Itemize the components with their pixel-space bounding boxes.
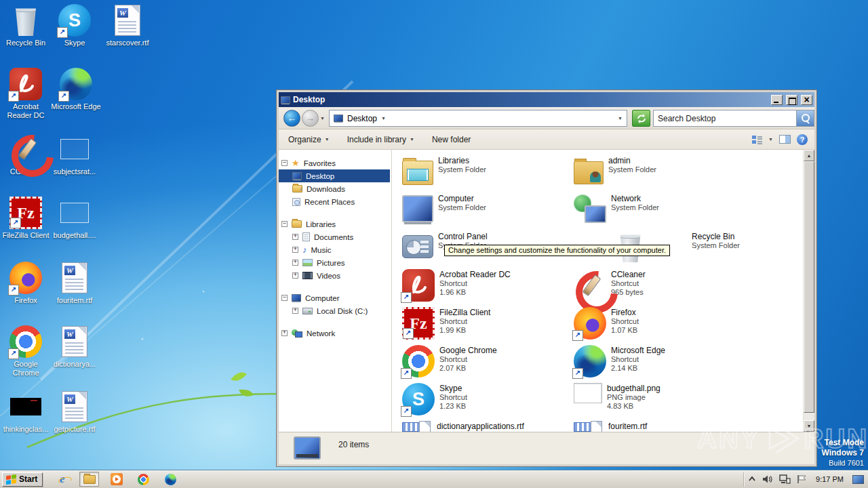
ccleaner-icon xyxy=(9,133,42,165)
back-button[interactable]: ← xyxy=(283,110,300,127)
expand-icon[interactable]: + xyxy=(292,234,298,240)
expand-icon[interactable]: + xyxy=(292,272,298,279)
address-chevron-icon[interactable]: ▼ xyxy=(381,116,386,121)
action-center-flag-icon[interactable] xyxy=(797,474,807,484)
black-thumbnail-icon xyxy=(10,398,41,415)
nav-libraries[interactable]: −Libraries xyxy=(279,218,391,230)
nav-computer[interactable]: −Computer xyxy=(279,291,391,304)
scroll-down-button[interactable]: ▼ xyxy=(804,420,814,432)
desktop-icon-budgethall[interactable]: budgethall.... xyxy=(50,197,99,240)
organize-button[interactable]: Organize▼ xyxy=(288,135,330,144)
new-folder-button[interactable]: New folder xyxy=(432,135,471,144)
file-item-fouritem[interactable]: fouritem.rtf xyxy=(574,421,740,432)
vertical-scrollbar[interactable]: ▲ ▼ xyxy=(803,150,814,432)
nav-music[interactable]: +Music xyxy=(279,243,391,256)
help-button[interactable]: ? xyxy=(797,134,808,145)
file-item-network[interactable]: NetworkSystem Folder xyxy=(574,193,740,226)
search-box xyxy=(653,110,814,127)
show-desktop-button[interactable] xyxy=(852,475,864,484)
address-bar[interactable]: Desktop ▼ ▼ xyxy=(329,110,627,127)
desktop-icon-chrome[interactable]: Google Chrome xyxy=(1,325,50,378)
firefox-icon xyxy=(574,307,606,340)
navigation-bar: ← → ▼ Desktop ▼ ▼ xyxy=(279,107,814,129)
close-button[interactable] xyxy=(801,95,812,105)
desktop-icon-starscover[interactable]: starscover.rtf xyxy=(99,4,156,47)
refresh-button[interactable] xyxy=(632,110,650,127)
file-item-firefox[interactable]: FirefoxShortcut1.07 KB xyxy=(574,307,740,340)
desktop-icon-ccleaner[interactable]: CCleaner xyxy=(1,133,50,176)
windows-explorer-button[interactable] xyxy=(79,472,99,487)
nav-downloads[interactable]: Downloads xyxy=(279,182,391,195)
desktop-icon-fouritem[interactable]: fouritem.rtf xyxy=(50,262,99,305)
include-in-library-button[interactable]: Include in library▼ xyxy=(347,135,414,144)
file-item-acrobat[interactable]: Acrobat Reader DCShortcut1.96 KB xyxy=(402,269,568,302)
title-bar[interactable]: Desktop xyxy=(279,92,814,107)
search-input[interactable] xyxy=(654,110,796,126)
collapse-icon[interactable]: − xyxy=(281,221,288,227)
desktop-icon-edge[interactable]: Microsoft Edge xyxy=(43,68,108,111)
refresh-icon xyxy=(636,113,647,124)
desktop-icon-thinkingclas[interactable]: thinkingclas... xyxy=(0,390,52,434)
nav-desktop[interactable]: Desktop xyxy=(279,169,390,182)
minimize-button[interactable] xyxy=(771,95,783,105)
collapse-icon[interactable]: − xyxy=(281,295,288,301)
change-view-button[interactable] xyxy=(752,135,762,144)
desktop-icon-subjectsrat[interactable]: subjectsrat... xyxy=(50,133,99,176)
recent-places-icon xyxy=(292,198,300,206)
scrollbar-thumb[interactable] xyxy=(804,161,814,413)
chrome-taskbar-button[interactable] xyxy=(134,472,153,487)
nav-pictures[interactable]: +Pictures xyxy=(279,256,391,269)
nav-videos[interactable]: +Videos xyxy=(279,269,391,282)
desktop-icon-recycle-bin[interactable]: Recycle Bin xyxy=(1,4,50,47)
file-item-computer[interactable]: ComputerSystem Folder xyxy=(402,193,568,222)
nav-network[interactable]: +Network xyxy=(279,327,391,340)
expand-icon[interactable]: + xyxy=(292,260,298,266)
network-icon[interactable] xyxy=(779,474,791,484)
downloads-icon xyxy=(292,185,302,192)
file-item-libraries[interactable]: LibrariesSystem Folder xyxy=(402,155,568,185)
forward-button[interactable]: → xyxy=(302,110,319,127)
desktop-icon-filezilla[interactable]: FileZilla Client xyxy=(0,197,52,240)
edge-taskbar-button[interactable] xyxy=(161,472,180,487)
search-button[interactable] xyxy=(796,110,814,126)
file-item-filezilla[interactable]: FileZilla ClientShortcut1.99 KB xyxy=(402,307,568,340)
window-icon xyxy=(281,96,290,104)
media-player-button[interactable] xyxy=(106,472,126,487)
volume-icon[interactable] xyxy=(762,474,773,484)
view-dropdown-icon[interactable]: ▼ xyxy=(768,137,773,142)
tooltip: Change settings and customize the functi… xyxy=(444,245,670,256)
file-item-skype[interactable]: SkypeShortcut1.23 KB xyxy=(402,383,568,415)
nav-documents[interactable]: +Documents xyxy=(279,230,391,243)
internet-explorer-button[interactable]: e xyxy=(52,472,72,487)
scroll-up-button[interactable]: ▲ xyxy=(804,150,814,161)
history-dropdown-icon[interactable]: ▼ xyxy=(320,116,325,121)
nav-recent-places[interactable]: Recent Places xyxy=(279,195,391,208)
show-hidden-icons-chevron[interactable] xyxy=(748,475,756,483)
recycle-bin-icon xyxy=(14,6,37,36)
status-bar: 20 items xyxy=(279,432,814,464)
media-player-icon xyxy=(111,473,123,485)
file-item-chrome[interactable]: Google ChromeShortcut2.07 KB xyxy=(402,345,568,378)
nav-local-disk-c[interactable]: +Local Disk (C:) xyxy=(279,304,391,317)
file-item-dictionaryapplications[interactable]: dictionaryapplications.rtf xyxy=(402,421,568,432)
expand-icon[interactable]: + xyxy=(292,247,298,253)
maximize-button[interactable] xyxy=(786,95,797,105)
expand-icon[interactable]: + xyxy=(292,308,298,314)
edge-icon xyxy=(574,345,606,378)
desktop-icon-getpicture[interactable]: getpicture.rtf xyxy=(50,390,99,434)
file-item-admin[interactable]: adminSystem Folder xyxy=(574,155,740,184)
desktop-icon-dictionarya[interactable]: dictionarya... xyxy=(50,325,99,369)
file-item-budgethall[interactable]: budgethall.pngPNG image4.83 KB xyxy=(574,383,740,411)
address-history-icon[interactable]: ▼ xyxy=(618,116,623,121)
desktop-icon-firefox[interactable]: Firefox xyxy=(1,262,50,305)
file-item-ccleaner[interactable]: CCleanerShortcut965 bytes xyxy=(574,269,740,302)
collapse-icon[interactable]: − xyxy=(281,160,288,166)
start-button[interactable]: Start xyxy=(2,472,43,487)
nav-favorites[interactable]: −Favorites xyxy=(279,157,391,169)
preview-pane-button[interactable] xyxy=(779,135,791,144)
desktop-icon-skype[interactable]: Skype xyxy=(50,4,99,47)
expand-icon[interactable]: + xyxy=(281,330,288,336)
file-item-edge[interactable]: Microsoft EdgeShortcut2.14 KB xyxy=(574,345,740,378)
admin-folder-icon xyxy=(574,161,604,184)
taskbar-clock[interactable]: 9:17 PM xyxy=(813,475,846,483)
